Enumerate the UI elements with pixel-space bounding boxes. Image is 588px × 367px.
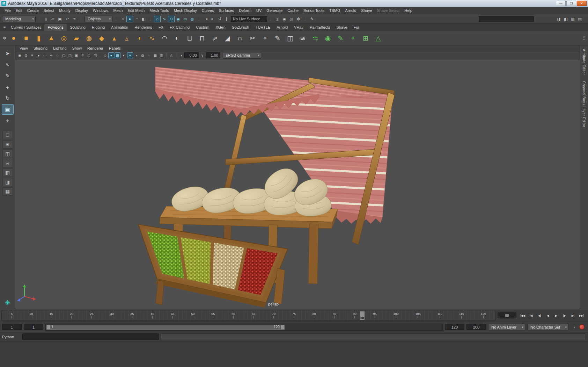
menu-create[interactable]: Create — [25, 7, 41, 14]
combine-icon[interactable]: ⊔ — [184, 32, 196, 44]
timeline-ruler[interactable]: 88 5101520253035404550556065707580859095… — [1, 311, 495, 321]
timeline-tick[interactable]: 55 — [211, 312, 215, 320]
lighting-icon[interactable]: ✶ — [127, 52, 133, 58]
objects-combo[interactable]: Objects — [84, 16, 112, 22]
character-set-combo[interactable]: No Character Set — [527, 324, 568, 330]
quick-input-field[interactable] — [479, 16, 534, 22]
make-live-icon[interactable]: ◍ — [189, 16, 196, 22]
timeline-tick[interactable]: 110 — [437, 312, 442, 320]
range-strip[interactable]: 1 120 — [45, 324, 443, 331]
step-back-key-button[interactable]: |◀ — [527, 311, 535, 320]
shelf-tab-fx-caching[interactable]: FX Caching — [167, 24, 193, 31]
timeline-tick[interactable]: 35 — [131, 312, 134, 320]
anim-end-field[interactable] — [466, 324, 486, 330]
tab-channel-box[interactable]: Channel Box / Layer Editor — [582, 81, 586, 128]
resolution-gate-icon[interactable]: ◳ — [67, 52, 73, 58]
step-forward-frame-button[interactable]: |▶ — [560, 311, 568, 320]
timeline-tick[interactable]: 45 — [171, 312, 174, 320]
menu-deform[interactable]: Deform — [236, 7, 254, 14]
snap-projected-center-icon[interactable]: ◉ — [175, 16, 182, 22]
poly-pyramid-icon[interactable]: ▴ — [108, 32, 120, 44]
menu-curves[interactable]: Curves — [199, 7, 216, 14]
axis-orientation-icon[interactable]: ⌖ — [2, 115, 14, 126]
market-stall-model[interactable] — [138, 67, 395, 308]
menu-shave[interactable]: Shave — [359, 7, 374, 14]
poly-torus-icon[interactable]: ◎ — [58, 32, 70, 44]
timeline-tick[interactable]: 50 — [191, 312, 194, 320]
live-surface-field[interactable] — [231, 16, 267, 22]
timeline-tick[interactable]: 65 — [252, 312, 255, 320]
poly-cone-icon[interactable]: ▲ — [45, 32, 57, 44]
timeline-tick[interactable]: 15 — [50, 312, 53, 320]
snap-view-plane-icon[interactable]: ▭ — [182, 16, 189, 22]
timeline-tick[interactable]: 80 — [313, 312, 316, 320]
new-scene-icon[interactable]: ▯ — [43, 16, 49, 22]
current-frame-field[interactable] — [498, 312, 516, 318]
menu-uv[interactable]: UV — [254, 7, 264, 14]
shelf-tab-curves-surfaces[interactable]: Curves / Surfaces — [8, 24, 44, 31]
ipr-render-icon[interactable]: ◎ — [288, 16, 295, 22]
shelf-tab-xgen[interactable]: XGen — [212, 24, 228, 31]
menu-display[interactable]: Display — [73, 7, 90, 14]
render-settings-icon[interactable]: ✻ — [295, 16, 302, 22]
shelf-tab-gozbrush[interactable]: GoZBrush — [229, 24, 252, 31]
target-weld-icon[interactable]: ⌖ — [259, 32, 271, 44]
timeline-tick[interactable]: 95 — [373, 312, 377, 320]
sculpt-tool-icon[interactable]: ◠ — [159, 32, 170, 44]
current-time-marker[interactable]: 88 — [360, 311, 365, 320]
input-operations-icon[interactable]: ⇥ — [203, 16, 209, 22]
menu-bonus-tools[interactable]: Bonus Tools — [301, 7, 327, 14]
undo-icon[interactable]: ↶ — [64, 16, 71, 22]
scene-svg[interactable]: persp — [15, 59, 580, 309]
menu-edit[interactable]: Edit — [13, 7, 25, 14]
go-to-end-button[interactable]: ▶▶| — [577, 311, 585, 320]
symmetry-icon[interactable]: ⇋ — [309, 32, 321, 44]
2d-pan-zoom-icon[interactable]: + — [48, 52, 54, 58]
panel-menu-lighting[interactable]: Lighting — [50, 45, 69, 51]
playback-end-field[interactable] — [445, 324, 464, 330]
move-tool-icon[interactable]: + — [2, 82, 14, 92]
rotate-tool-icon[interactable]: ↻ — [2, 93, 14, 103]
playback-start-field[interactable] — [24, 324, 43, 330]
shelf-tab-fx[interactable]: FX — [155, 24, 167, 31]
poly-platonic-icon[interactable]: ◆ — [96, 32, 108, 44]
select-preset-icon[interactable]: ◧ — [140, 16, 147, 22]
toggle-outliner-icon[interactable]: ▤ — [576, 16, 583, 22]
exposure-icon[interactable]: ◑ — [178, 52, 184, 58]
toggle-tool-settings-icon[interactable]: ◧ — [563, 16, 569, 22]
redo-icon[interactable]: ↷ — [71, 16, 78, 22]
shelf-tab-rendering[interactable]: Rendering — [131, 24, 155, 31]
output-operations-icon[interactable]: ⇤ — [210, 16, 216, 22]
menu-help[interactable]: Help — [402, 7, 415, 14]
poly-plane-icon[interactable]: ▰ — [71, 32, 82, 44]
paint-transfer-icon[interactable]: ✎ — [335, 32, 346, 44]
menu-select[interactable]: Select — [41, 7, 57, 14]
shelf-tab-rigging[interactable]: Rigging — [89, 24, 108, 31]
viewport-canvas[interactable]: persp — [15, 59, 580, 309]
bevel-icon[interactable]: ◢ — [221, 32, 233, 44]
gamma-field[interactable] — [206, 52, 220, 58]
menu-tsmg[interactable]: TSMG — [327, 7, 343, 14]
image-plane-icon[interactable]: ▭ — [42, 52, 48, 58]
layout-two-pane-side-icon[interactable]: ◫ — [2, 150, 13, 158]
anim-preferences-icon[interactable]: ◔ — [571, 324, 577, 330]
command-input[interactable] — [22, 333, 159, 340]
layout-four-pane-icon[interactable]: ⊞ — [2, 140, 13, 149]
timeline-tick[interactable]: 120 — [481, 312, 486, 320]
uv-editor-icon[interactable]: ⊞ — [360, 32, 372, 44]
toggle-channel-box-icon[interactable]: ▥ — [569, 16, 576, 22]
timeline-tick[interactable]: 90 — [353, 312, 357, 320]
timeline-tick[interactable]: 10 — [29, 312, 33, 320]
layout-three-pane-icon[interactable]: ◧ — [2, 168, 13, 177]
shelf-tab-polygons[interactable]: Polygons — [44, 24, 66, 31]
poly-prism-icon[interactable]: ▵ — [121, 32, 133, 44]
display-tray[interactable] — [138, 224, 288, 308]
shelf-tab-vray[interactable]: VRay — [291, 24, 307, 31]
select-tool-icon[interactable]: ➤ — [2, 48, 14, 59]
anim-layer-combo[interactable]: No Anim Layer — [488, 324, 525, 330]
shelf-menu-icon[interactable]: ≡ — [1, 25, 8, 29]
layout-custom-icon[interactable]: ▦ — [2, 187, 13, 196]
safe-title-icon[interactable]: ◹ — [92, 52, 98, 58]
safe-action-icon[interactable]: ◻ — [86, 52, 92, 58]
select-component-icon[interactable]: ◔ — [133, 16, 140, 22]
